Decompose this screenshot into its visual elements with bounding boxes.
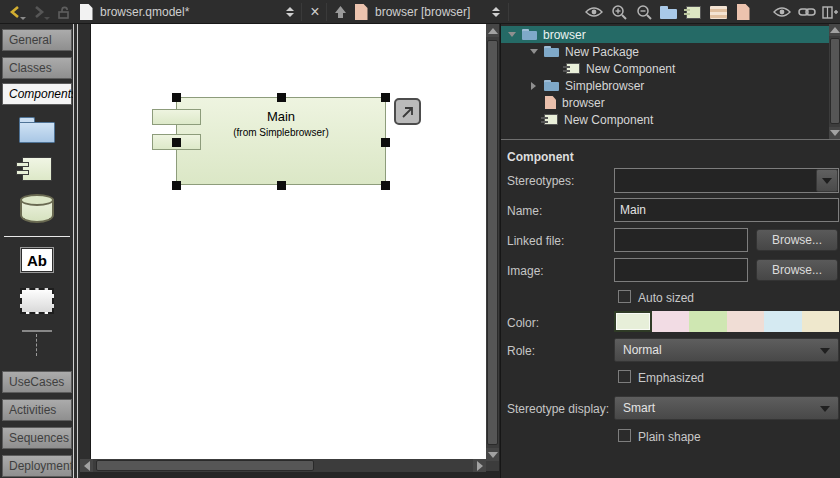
resize-handle-w[interactable]: [172, 138, 181, 147]
scroll-down-button[interactable]: [829, 127, 840, 139]
zoom-out-icon[interactable]: [634, 0, 654, 24]
split-editor-icon[interactable]: [820, 0, 840, 24]
right-panel: browser New Package New Component Simple…: [500, 24, 840, 478]
image-browse-button[interactable]: Browse...: [756, 259, 838, 281]
show-icon[interactable]: [772, 0, 792, 24]
scroll-up-button[interactable]: [829, 24, 840, 36]
component-tool[interactable]: [0, 157, 74, 181]
tab-usecases[interactable]: UseCases: [2, 371, 72, 393]
document-title[interactable]: browser.qmodel*: [100, 0, 189, 24]
add-package-icon[interactable]: [658, 0, 678, 24]
tab-activities[interactable]: Activities: [2, 399, 72, 421]
database-tool[interactable]: [0, 194, 74, 228]
plain-shape-label: Plain shape: [638, 430, 701, 444]
role-value: Normal: [623, 343, 662, 357]
boundary-tool[interactable]: [0, 288, 74, 314]
tab-deployment[interactable]: Deployment: [2, 455, 72, 477]
unlock-icon[interactable]: [54, 0, 72, 24]
image-input[interactable]: [614, 258, 748, 282]
visibility-icon[interactable]: [584, 0, 604, 24]
color-swatch-green-light[interactable]: [614, 311, 652, 332]
name-label: Name:: [507, 204, 542, 218]
vscrollbar-thumb[interactable]: [487, 40, 498, 445]
tree-item-browser[interactable]: browser: [501, 26, 829, 43]
separator-line-tool[interactable]: [0, 330, 74, 356]
emphasized-label: Emphasized: [638, 371, 704, 385]
name-input[interactable]: Main: [614, 198, 839, 222]
tree-item-browser-diagram[interactable]: browser: [501, 94, 829, 111]
toolbar: browser.qmodel* × browser [browser]: [0, 0, 840, 24]
resize-handle-se[interactable]: [381, 181, 390, 190]
scroll-up-button[interactable]: [486, 24, 499, 37]
component-origin: (from Simplebrowser): [177, 127, 385, 138]
add-item-icon[interactable]: [708, 0, 728, 24]
linked-file-browse-button[interactable]: Browse...: [756, 229, 838, 251]
hscrollbar-thumb[interactable]: [96, 460, 314, 471]
tab-sequences[interactable]: Sequences: [2, 427, 72, 449]
diagram-canvas[interactable]: Main (from Simplebrowser): [90, 24, 486, 459]
component-name: Main: [177, 109, 385, 124]
scroll-left-button[interactable]: [80, 459, 93, 472]
annotation-tool[interactable]: Ab: [0, 248, 74, 272]
stereotypes-combo[interactable]: [614, 168, 839, 193]
color-swatch-cream[interactable]: [802, 311, 839, 332]
stereotype-display-combo[interactable]: Smart: [614, 396, 839, 420]
palette-separator: [4, 236, 70, 237]
canvas-vscrollbar[interactable]: [486, 24, 499, 471]
expander-icon[interactable]: [531, 82, 536, 90]
add-component-icon[interactable]: [683, 0, 703, 24]
document-switch-spinner[interactable]: [283, 0, 297, 24]
create-relation-button[interactable]: [394, 98, 421, 125]
plain-shape-checkbox[interactable]: [618, 429, 631, 442]
elements-sidebar: General Classes Components Ab UseCases A…: [0, 24, 90, 478]
resize-handle-n[interactable]: [277, 93, 286, 102]
diagram-doc-icon: [353, 0, 369, 24]
expander-icon[interactable]: [508, 32, 516, 37]
properties-panel: Component Stereotypes: Name: Main Linked…: [501, 140, 840, 478]
link-with-editor-icon[interactable]: [797, 0, 817, 24]
color-swatch-blue[interactable]: [764, 311, 802, 332]
role-combo[interactable]: Normal: [614, 338, 839, 362]
scroll-right-button[interactable]: [473, 459, 486, 472]
linked-file-input[interactable]: [614, 228, 748, 252]
emphasized-checkbox[interactable]: [618, 370, 631, 383]
scroll-down-button[interactable]: [486, 448, 499, 461]
tree-scrollbar[interactable]: [829, 24, 840, 139]
tree-item-simplebrowser[interactable]: Simplebrowser: [501, 77, 829, 94]
color-swatch-pink[interactable]: [652, 311, 689, 332]
tab-classes[interactable]: Classes: [2, 57, 72, 79]
toolbar-divider: [301, 3, 302, 21]
diagram-selector[interactable]: browser [browser]: [375, 0, 470, 24]
package-tool[interactable]: [0, 117, 74, 143]
color-swatch-row: [614, 311, 839, 332]
export-up-icon[interactable]: [331, 0, 349, 24]
forward-icon[interactable]: [30, 0, 48, 24]
resize-handle-sw[interactable]: [172, 181, 181, 190]
add-diagram-icon: [733, 0, 753, 24]
auto-sized-label: Auto sized: [638, 291, 694, 305]
back-icon[interactable]: [6, 0, 24, 24]
folder-icon: [522, 29, 537, 40]
diagram-switch-spinner[interactable]: [489, 0, 503, 24]
tree-scrollbar-thumb[interactable]: [830, 38, 840, 124]
resize-handle-e[interactable]: [381, 138, 390, 147]
zoom-in-icon[interactable]: [609, 0, 629, 24]
sidebar-splitter[interactable]: [73, 24, 78, 478]
tree-item-new-package[interactable]: New Package: [501, 43, 829, 60]
resize-handle-nw[interactable]: [172, 93, 181, 102]
resize-handle-ne[interactable]: [381, 93, 390, 102]
color-swatch-salmon[interactable]: [727, 311, 764, 332]
tree-item-new-component[interactable]: New Component: [501, 60, 829, 77]
auto-sized-checkbox[interactable]: [618, 290, 631, 303]
color-swatch-green[interactable]: [689, 311, 727, 332]
expander-icon[interactable]: [530, 49, 538, 54]
canvas-hscrollbar[interactable]: [80, 459, 486, 472]
resize-handle-s[interactable]: [277, 181, 286, 190]
tab-general[interactable]: General: [2, 29, 72, 51]
tab-components[interactable]: Components: [2, 83, 72, 105]
folder-icon: [544, 80, 559, 91]
stereotypes-dropdown-button[interactable]: [816, 169, 838, 192]
close-icon[interactable]: ×: [307, 0, 323, 24]
uml-component-main[interactable]: Main (from Simplebrowser): [176, 97, 386, 185]
tree-item-new-component-2[interactable]: New Component: [501, 111, 829, 128]
